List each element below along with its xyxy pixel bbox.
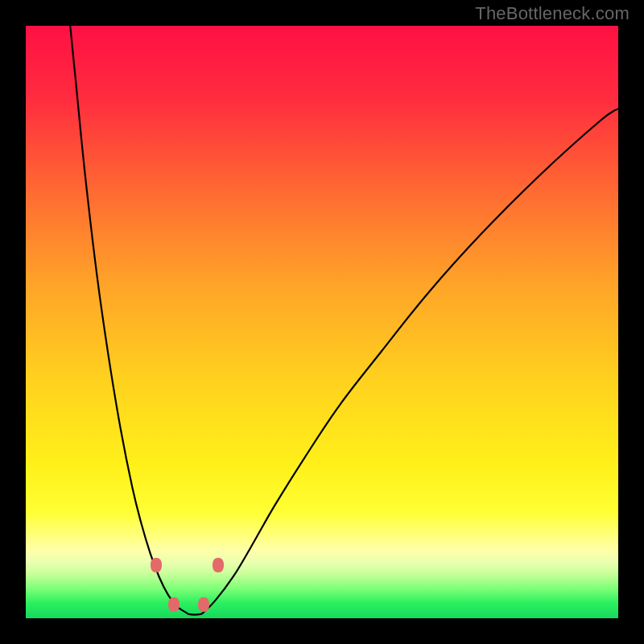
marker-right-upper: [213, 558, 224, 572]
plot-area: [26, 26, 618, 618]
bottleneck-curve: [70, 26, 618, 615]
marker-left-upper: [151, 558, 162, 572]
marker-left-lower: [168, 597, 180, 612]
curve-layer: [26, 26, 618, 618]
watermark-text: TheBottleneck.com: [475, 3, 630, 24]
marker-right-lower: [198, 597, 209, 612]
chart-frame: TheBottleneck.com: [0, 0, 644, 644]
